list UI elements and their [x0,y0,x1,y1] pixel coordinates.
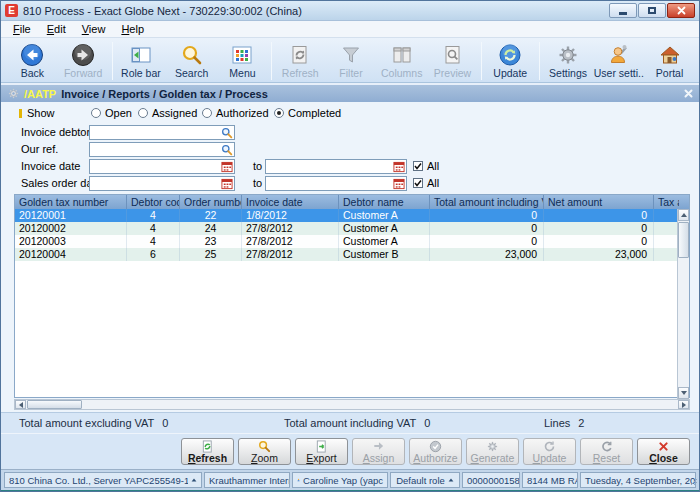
cell-total-incl-vat: 0 [430,222,544,235]
lookup-icon[interactable] [221,144,233,156]
vertical-scroll-thumb[interactable] [678,222,689,258]
horizontal-scroll-thumb[interactable] [27,400,82,409]
refresh-button[interactable]: Refresh [181,438,234,465]
toolbar-refresh-button[interactable]: Refresh [275,40,326,81]
column-header[interactable]: Tax amount [654,195,679,209]
menu-help[interactable]: Help [113,22,152,36]
status-user[interactable]: Caroline Yap (yapc [292,472,388,488]
toolbar-role-bar-button[interactable]: Role bar [116,40,167,81]
toolbar-item-label: Update [493,67,527,79]
toolbar-separator [112,42,113,80]
status-company[interactable]: 810 China Co. Ltd., Server YAPC255549-1\… [4,472,202,488]
button-label: Authorize [413,453,457,464]
exact-logo-icon: E [5,4,18,17]
column-header[interactable]: Invoice date [242,195,339,209]
invoice-date-all-checkbox[interactable]: All [413,160,439,172]
column-header[interactable]: Golden tax number [15,195,127,209]
cell-total-incl-vat: 0 [430,209,544,222]
table-row[interactable]: 20120004 6 25 27/8/2012 Customer B 23,00… [15,248,689,261]
close-window-button[interactable] [667,3,695,18]
sales-order-date-from-input[interactable] [91,178,219,189]
toolbar-search-button[interactable]: Search [166,40,217,81]
menu-edit[interactable]: Edit [39,22,74,36]
radio-label: Assigned [152,107,197,119]
column-header[interactable]: Net amount [544,195,654,209]
scroll-left-button[interactable] [15,400,26,409]
scroll-up-button[interactable] [678,209,689,221]
role-text: Default role [396,475,445,486]
close-panel-button[interactable] [684,88,693,100]
invoice-date-to-input[interactable] [267,161,391,172]
menu-file[interactable]: File [5,22,39,36]
invoice-debtor-input[interactable] [91,127,219,138]
button-label: Reset [593,453,620,464]
calendar-icon[interactable] [393,161,405,173]
toolbar-update-button[interactable]: Update [485,40,536,81]
radio-open[interactable]: Open [91,107,132,119]
toolbar-preview-button[interactable]: Preview [427,40,478,81]
update-button[interactable]: Update [523,438,576,465]
sales-order-date-to-input[interactable] [267,178,391,189]
button-label: Assign [363,453,395,464]
resize-grip-icon[interactable] [690,478,696,486]
authorize-button[interactable]: Authorize [409,438,462,465]
calendar-icon[interactable] [393,178,405,190]
toolbar-columns-button[interactable]: Columns [376,40,427,81]
column-header[interactable]: Total amount including VAT [430,195,544,209]
role-bar-icon [129,42,153,67]
generate-button[interactable]: Generate [466,438,519,465]
total-excl-vat-value: 0 [162,417,168,429]
cell-net-amount: 0 [544,209,654,222]
show-row: Show Open Assigned Authorized Completed [1,107,699,121]
horizontal-scrollbar[interactable] [14,399,690,410]
app-window: E 810 Process - Exact Globe Next - 73022… [0,0,700,492]
lookup-icon[interactable] [221,127,233,139]
ram-text: 8144 MB RAM [527,475,578,486]
radio-completed[interactable]: Completed [274,107,341,119]
status-date: Tuesday, 4 September, 2012 [580,472,696,488]
cell-invoice-date: 27/8/2012 [242,235,339,248]
toolbar-forward-button[interactable]: Forward [58,40,109,81]
toolbar-back-button[interactable]: Back [7,40,58,81]
table-row[interactable]: 20120003 4 23 27/8/2012 Customer A 0 0 [15,235,689,248]
maximize-button[interactable] [638,3,666,18]
sales-order-date-all-checkbox[interactable]: All [413,177,439,189]
radio-assigned[interactable]: Assigned [138,107,197,119]
vertical-scrollbar[interactable] [677,209,689,399]
toolbar-separator [481,42,482,80]
our-ref-input[interactable] [91,144,219,155]
status-license[interactable]: Krauthammer Internat [204,472,290,488]
table-row[interactable]: 20120002 4 24 27/8/2012 Customer A 0 0 [15,222,689,235]
toolbar-settings-button[interactable]: Settings [543,40,594,81]
preview-icon [441,42,465,67]
column-header[interactable]: Debtor code [127,195,180,209]
scroll-right-button[interactable] [678,400,689,409]
reset-button[interactable]: Close Reset [580,438,633,465]
calendar-icon[interactable] [221,178,233,190]
radio-label: Open [105,107,132,119]
menu-view[interactable]: View [74,22,114,36]
assign-button[interactable]: Assign [352,438,405,465]
cell-debtor-code: 4 [127,222,180,235]
radio-authorized[interactable]: Authorized [202,107,269,119]
minimize-button[interactable] [609,3,637,18]
toolbar-user-settings-button[interactable]: User setti.. [593,40,644,81]
toolbar-menu-button[interactable]: Menu [217,40,268,81]
totals-bar: Total amount excluding VAT 0 Total amoun… [1,413,699,434]
cell-golden-tax-number: 20120003 [15,235,127,248]
column-header[interactable]: Debtor name [339,195,430,209]
calendar-icon[interactable] [221,161,233,173]
forward-icon [71,42,95,67]
scroll-down-button[interactable] [678,387,689,399]
status-license-number: 00000001586 [462,472,520,488]
toolbar-filter-button[interactable]: Filter [326,40,377,81]
toolbar-portal-button[interactable]: Portal [644,40,695,81]
chevron-down-icon [681,391,687,395]
zoom-button[interactable]: Zoom [238,438,291,465]
invoice-date-from-input[interactable] [91,161,219,172]
column-header[interactable]: Order number [180,195,242,209]
export-button[interactable]: Export [295,438,348,465]
close-button[interactable]: Close [637,438,690,465]
status-role[interactable]: Default role [390,472,460,488]
table-row[interactable]: 20120001 4 22 1/8/2012 Customer A 0 0 [15,209,689,222]
